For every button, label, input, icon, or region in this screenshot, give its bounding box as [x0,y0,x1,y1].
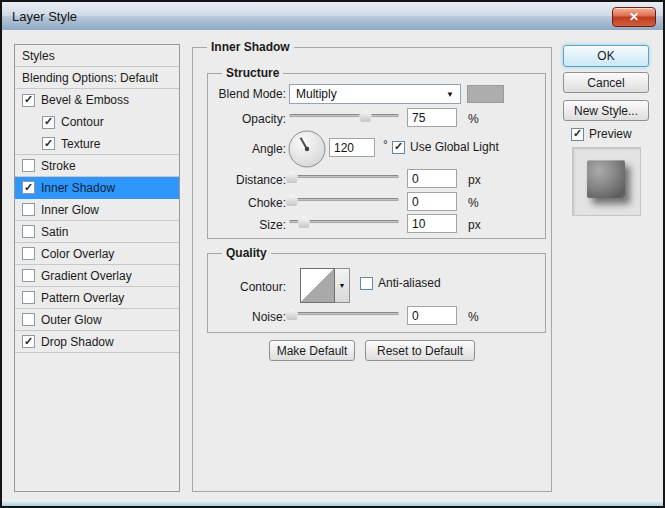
sidebar-item-color-overlay[interactable]: Color Overlay [15,243,179,265]
angle-label: Angle: [208,142,286,156]
sidebar-item-styles[interactable]: Styles [15,45,179,67]
style-preview-thumbnail [572,147,641,216]
sidebar-item-inner-shadow[interactable]: Inner Shadow [15,177,179,199]
sidebar-item-label: Styles [22,49,55,63]
style-enabled-checkbox[interactable] [22,291,35,304]
sidebar-item-label: Stroke [41,159,76,173]
choke-slider-thumb[interactable] [285,194,298,206]
preview-row[interactable]: Preview [571,127,632,141]
sidebar-item-contour[interactable]: Contour [15,111,179,133]
style-enabled-checkbox[interactable] [22,269,35,282]
angle-unit: ° [383,138,388,152]
sidebar-item-label: Gradient Overlay [41,269,132,283]
sidebar-item-outer-glow[interactable]: Outer Glow [15,309,179,331]
blend-mode-select[interactable]: Multiply ▼ [289,84,461,104]
distance-label: Distance: [208,173,286,187]
noise-unit: % [468,310,479,324]
styles-list: Styles Blending Options: Default Bevel &… [14,44,180,492]
size-label: Size: [208,218,286,232]
opacity-input[interactable] [407,108,457,127]
sidebar-item-label: Pattern Overlay [41,291,124,305]
anti-aliased-checkbox[interactable] [360,277,373,290]
size-slider-thumb[interactable] [297,216,310,228]
cancel-button[interactable]: Cancel [563,72,649,93]
style-enabled-checkbox[interactable] [22,203,35,216]
shadow-color-swatch[interactable] [467,85,504,103]
noise-slider-track[interactable] [289,312,399,316]
new-style-button[interactable]: New Style... [563,100,649,121]
style-enabled-checkbox[interactable] [22,247,35,260]
sidebar-item-drop-shadow[interactable]: Drop Shadow [15,331,179,353]
distance-slider[interactable] [289,170,399,184]
panel-title: Inner Shadow [207,40,294,54]
preview-label: Preview [589,127,632,141]
distance-unit: px [468,173,481,187]
angle-dial[interactable] [288,130,326,168]
contour-dropdown-button[interactable]: ▼ [335,268,350,303]
sidebar-item-label: Bevel & Emboss [41,93,129,107]
reset-to-default-button[interactable]: Reset to Default [365,340,475,361]
sidebar-item-stroke[interactable]: Stroke [15,155,179,177]
noise-slider[interactable] [289,307,399,321]
choke-input[interactable] [407,192,457,211]
sidebar-item-satin[interactable]: Satin [15,221,179,243]
choke-slider[interactable] [289,193,399,207]
quality-group: Quality Contour: ▼ Anti-aliased Noise: % [207,253,546,333]
sidebar-item-label: Texture [61,137,100,151]
noise-label: Noise: [208,310,286,324]
choke-slider-track[interactable] [289,198,399,202]
preview-checkbox[interactable] [571,128,584,141]
sidebar-item-label: Satin [41,225,68,239]
structure-group: Structure Blend Mode: Multiply ▼ Opacity… [207,73,546,239]
structure-title: Structure [222,66,283,80]
use-global-light-row[interactable]: Use Global Light [392,140,499,154]
inner-shadow-panel: Inner Shadow Structure Blend Mode: Multi… [192,47,552,492]
style-enabled-checkbox[interactable] [42,137,55,150]
quality-title: Quality [222,246,271,260]
sidebar-item-inner-glow[interactable]: Inner Glow [15,199,179,221]
ok-button[interactable]: OK [563,45,649,67]
sidebar-item-texture[interactable]: Texture [15,133,179,155]
close-icon: ✕ [629,10,639,24]
sidebar-item-gradient-overlay[interactable]: Gradient Overlay [15,265,179,287]
sidebar-item-pattern-overlay[interactable]: Pattern Overlay [15,287,179,309]
size-slider[interactable] [289,215,399,229]
style-enabled-checkbox[interactable] [22,335,35,348]
opacity-label: Opacity: [208,112,286,126]
distance-input[interactable] [407,169,457,188]
opacity-slider-thumb[interactable] [359,110,372,122]
distance-slider-thumb[interactable] [285,171,298,183]
style-enabled-checkbox[interactable] [42,116,55,129]
blend-mode-label: Blend Mode: [208,87,286,101]
noise-input[interactable] [407,306,457,325]
noise-slider-thumb[interactable] [285,308,298,320]
style-enabled-checkbox[interactable] [22,94,35,107]
anti-aliased-label: Anti-aliased [378,276,441,290]
sidebar-item-blending-options-default[interactable]: Blending Options: Default [15,67,179,89]
style-enabled-checkbox[interactable] [22,313,35,326]
chevron-down-icon: ▼ [339,282,346,289]
distance-slider-track[interactable] [289,175,399,179]
sidebar-item-label: Color Overlay [41,247,114,261]
titlebar[interactable]: Layer Style ✕ [2,2,663,30]
sidebar-item-label: Inner Shadow [41,181,115,195]
dialog-content: Styles Blending Options: Default Bevel &… [2,30,663,500]
sidebar-item-bevel-emboss[interactable]: Bevel & Emboss [15,89,179,111]
close-button[interactable]: ✕ [612,7,656,27]
contour-thumbnail[interactable] [300,268,335,303]
opacity-slider-track[interactable] [289,114,399,118]
style-enabled-checkbox[interactable] [22,181,35,194]
size-input[interactable] [407,214,457,233]
opacity-unit: % [468,112,479,126]
window-title: Layer Style [12,9,77,24]
style-enabled-checkbox[interactable] [22,159,35,172]
use-global-light-checkbox[interactable] [392,141,405,154]
make-default-button[interactable]: Make Default [269,340,355,361]
anti-aliased-row[interactable]: Anti-aliased [360,276,441,290]
use-global-light-label: Use Global Light [410,140,499,154]
style-enabled-checkbox[interactable] [22,225,35,238]
opacity-slider[interactable] [289,109,399,123]
angle-input[interactable] [329,138,375,157]
blend-mode-value: Multiply [296,87,337,101]
choke-unit: % [468,196,479,210]
